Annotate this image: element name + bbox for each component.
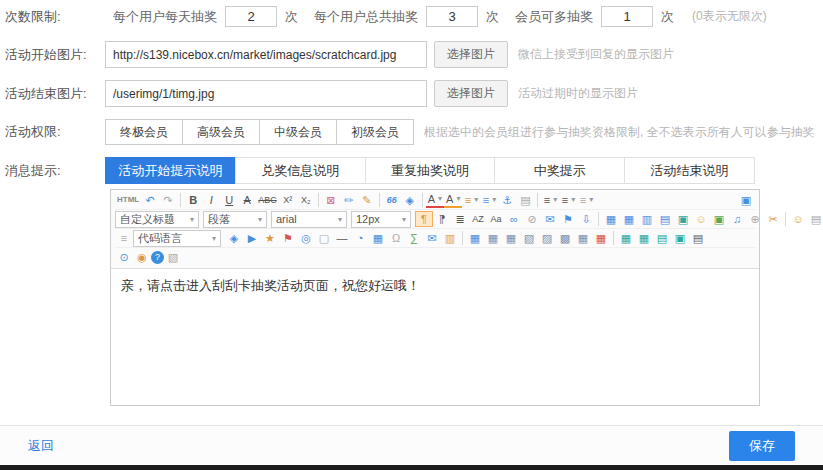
- eraser-icon[interactable]: ⊠: [322, 192, 340, 208]
- table-insert-icon[interactable]: ▦: [466, 230, 484, 246]
- font-color-icon[interactable]: A▾: [426, 192, 444, 208]
- delete-table-icon[interactable]: ▦: [592, 230, 610, 246]
- message-tab-5[interactable]: 活动结束说明: [624, 157, 755, 184]
- per-day-draws-input[interactable]: [225, 6, 277, 27]
- bookmark-icon[interactable]: ⚑: [559, 211, 577, 227]
- email-icon[interactable]: ✉: [541, 211, 559, 227]
- size-select[interactable]: 12px▾: [351, 211, 411, 228]
- table-title-icon[interactable]: ▤: [653, 230, 671, 246]
- map-icon[interactable]: ⚑: [279, 230, 297, 246]
- format-painter-icon[interactable]: ✏: [340, 192, 358, 208]
- ordered-list-icon[interactable]: ≡▾: [462, 192, 480, 208]
- special-char-icon[interactable]: Ω: [387, 230, 405, 246]
- message-tab-4[interactable]: 中奖提示: [494, 157, 625, 184]
- save-button[interactable]: 保存: [729, 431, 795, 461]
- print-preview-icon[interactable]: ▤: [807, 211, 823, 227]
- inline-code-icon[interactable]: ◈: [401, 192, 419, 208]
- paste-icon[interactable]: ▧: [164, 250, 182, 266]
- redo-icon[interactable]: ↷: [159, 192, 177, 208]
- back-link[interactable]: 返回: [28, 437, 54, 455]
- baidu-map-icon[interactable]: ◎: [297, 230, 315, 246]
- clock-icon[interactable]: ◔: [351, 230, 369, 246]
- emotion-icon[interactable]: ☺: [692, 211, 710, 227]
- paragraph-select[interactable]: 段落▾: [203, 211, 267, 228]
- video-icon[interactable]: ▶: [243, 230, 261, 246]
- table-background-icon[interactable]: ▦: [635, 230, 653, 246]
- insert-row-icon[interactable]: ▦: [484, 230, 502, 246]
- split-cell-icon[interactable]: ▦: [574, 230, 592, 246]
- message-tab-1[interactable]: 活动开始提示说明: [105, 157, 236, 184]
- highlighter-icon[interactable]: ✎: [358, 192, 376, 208]
- subscript-icon[interactable]: X₂: [297, 192, 315, 208]
- paragraph-spacing-icon[interactable]: ≡▾: [577, 192, 595, 208]
- italic-icon[interactable]: I: [202, 192, 220, 208]
- editor-content[interactable]: 亲，请点击进入刮刮卡抽奖活动页面，祝您好运哦！: [111, 269, 759, 405]
- envelope-icon[interactable]: ✉: [423, 230, 441, 246]
- dir-rtl-icon[interactable]: ¶: [433, 211, 451, 227]
- unlink-icon[interactable]: ⊘: [523, 211, 541, 227]
- find-replace-icon[interactable]: ◉: [133, 250, 151, 266]
- download-icon[interactable]: ⇩: [577, 211, 595, 227]
- new-page-icon[interactable]: ▤: [516, 192, 534, 208]
- blockquote-icon[interactable]: 66: [383, 192, 401, 208]
- permission-option-4[interactable]: 初级会员: [336, 119, 414, 145]
- emoji-icon[interactable]: ☺: [789, 211, 807, 227]
- attachment-icon[interactable]: ⊕: [746, 211, 764, 227]
- date-icon[interactable]: ▦: [369, 230, 387, 246]
- total-draws-input[interactable]: [426, 6, 478, 27]
- font-select[interactable]: arial▾: [271, 211, 347, 228]
- spellcheck-icon[interactable]: AZ: [469, 211, 487, 227]
- bold-icon[interactable]: B: [184, 192, 202, 208]
- help-icon[interactable]: ?: [151, 251, 164, 264]
- music-icon[interactable]: ♫: [728, 211, 746, 227]
- horizontal-rule-icon[interactable]: —: [333, 230, 351, 246]
- print-icon[interactable]: ▤: [689, 230, 707, 246]
- insert-col-icon[interactable]: ▦: [502, 230, 520, 246]
- start-image-input[interactable]: [105, 41, 427, 68]
- search-icon[interactable]: ⊙: [115, 250, 133, 266]
- table-border-icon[interactable]: ▣: [671, 230, 689, 246]
- chart-icon[interactable]: ▥: [441, 230, 459, 246]
- snippet-icon[interactable]: ≡: [115, 230, 133, 246]
- end-image-pick-button[interactable]: 选择图片: [434, 80, 508, 107]
- end-image-input[interactable]: [105, 80, 427, 107]
- panel-icon[interactable]: ▤: [656, 211, 674, 227]
- background-color-icon[interactable]: A▾: [444, 192, 462, 208]
- start-image-pick-button[interactable]: 选择图片: [434, 41, 508, 68]
- insert-code-icon[interactable]: ◈: [225, 230, 243, 246]
- undo-icon[interactable]: ↶: [141, 192, 159, 208]
- template-icon[interactable]: ▣: [674, 211, 692, 227]
- source-code-icon[interactable]: HTML: [115, 192, 141, 208]
- style-select[interactable]: 自定义标题▾: [115, 211, 199, 228]
- anchor-icon[interactable]: ⚓: [498, 192, 516, 208]
- code-language-select[interactable]: 代码语言▾: [133, 230, 221, 247]
- permission-option-3[interactable]: 中级会员: [259, 119, 337, 145]
- screenshot-icon[interactable]: ✂: [764, 211, 782, 227]
- merge-cells-icon[interactable]: ▩: [556, 230, 574, 246]
- superscript-icon[interactable]: X²: [279, 192, 297, 208]
- image-icon[interactable]: ▣: [710, 211, 728, 227]
- message-tab-3[interactable]: 重复抽奖说明: [365, 157, 496, 184]
- delete-col-icon[interactable]: ▨: [538, 230, 556, 246]
- align-left-icon[interactable]: ≡▾: [541, 192, 559, 208]
- dir-ltr-icon[interactable]: ¶: [415, 211, 433, 227]
- delete-row-icon[interactable]: ▧: [520, 230, 538, 246]
- member-extra-draws-input[interactable]: [601, 6, 653, 27]
- insert-table-icon[interactable]: ▦: [620, 211, 638, 227]
- underline-icon[interactable]: U: [220, 192, 238, 208]
- clear-format-icon[interactable]: ABC: [256, 192, 279, 208]
- align-center-icon[interactable]: ≡▾: [559, 192, 577, 208]
- paragraph-mark-icon[interactable]: ≣: [451, 211, 469, 227]
- unordered-list-icon[interactable]: ≡▾: [480, 192, 498, 208]
- grid-layout-icon[interactable]: ▥: [638, 211, 656, 227]
- permission-option-1[interactable]: 终极会员: [105, 119, 183, 145]
- message-tab-2[interactable]: 兑奖信息说明: [235, 157, 366, 184]
- case-switch-icon[interactable]: Aa: [487, 211, 505, 227]
- flash-icon[interactable]: ★: [261, 230, 279, 246]
- strikethrough-icon[interactable]: A: [238, 192, 256, 208]
- link-icon[interactable]: ∞: [505, 211, 523, 227]
- word-paste-icon[interactable]: ▦: [602, 211, 620, 227]
- fullscreen-icon[interactable]: ▣: [737, 192, 755, 208]
- iframe-icon[interactable]: ▢: [315, 230, 333, 246]
- formula-icon[interactable]: ∑: [405, 230, 423, 246]
